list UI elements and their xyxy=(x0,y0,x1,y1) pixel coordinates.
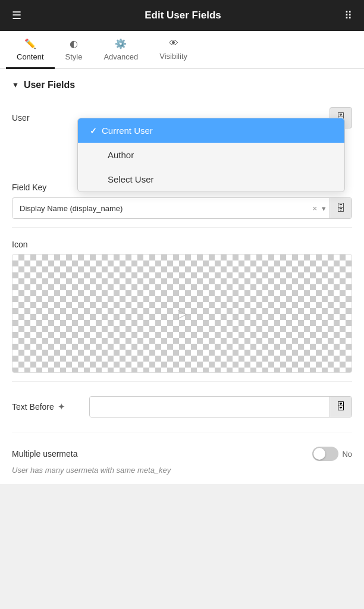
field-key-actions: × ▾ xyxy=(306,204,330,213)
tab-style[interactable]: ◐ Style xyxy=(55,31,93,69)
checkmark-icon: ✓ xyxy=(90,126,97,136)
tab-advanced-label: Advanced xyxy=(103,52,138,61)
grid-icon[interactable]: ⠿ xyxy=(344,9,352,22)
multiple-usermeta-toggle[interactable]: No xyxy=(312,447,352,461)
divider-2 xyxy=(12,381,352,382)
circle-half-icon: ◐ xyxy=(70,38,78,49)
user-field-row: User ✓ Current User Author xyxy=(12,99,352,176)
icon-label: Icon xyxy=(12,234,352,254)
chevron-down-icon[interactable]: ▾ xyxy=(322,204,326,213)
field-key-input-wrap: × ▾ 🗄 xyxy=(12,197,352,219)
text-before-row: Text Before ✦ 🗄 xyxy=(12,388,352,426)
app-header: ☰ Edit User Fields ⠿ xyxy=(0,0,364,31)
icon-placeholder: ▷ xyxy=(178,306,187,321)
divider-3 xyxy=(12,432,352,432)
tab-content[interactable]: ✏️ Content xyxy=(6,31,55,69)
section-title: User Fields xyxy=(24,80,75,90)
section-user-fields-header: ▼ User Fields xyxy=(0,69,364,99)
sparkle-icon[interactable]: ✦ xyxy=(58,401,65,412)
main-content: ▼ User Fields User ✓ Current User Au xyxy=(0,69,364,484)
toggle-track[interactable] xyxy=(312,447,338,461)
icon-preview-area[interactable]: ▷ xyxy=(12,254,352,373)
option-label-author: Author xyxy=(108,150,134,160)
hamburger-icon[interactable]: ☰ xyxy=(12,9,21,22)
dropdown-option-author[interactable]: Author xyxy=(78,143,344,167)
icon-section: Icon ▷ xyxy=(12,234,352,373)
tab-content-label: Content xyxy=(17,52,44,61)
dropdown-option-select-user[interactable]: Select User xyxy=(78,167,344,192)
field-key-input[interactable] xyxy=(12,199,306,218)
user-label: User xyxy=(12,113,77,123)
dropdown-option-current-user[interactable]: ✓ Current User xyxy=(78,118,344,143)
toggle-thumb xyxy=(313,448,325,460)
db-icon-symbol3: 🗄 xyxy=(336,401,346,412)
tab-advanced[interactable]: ⚙️ Advanced xyxy=(93,31,149,69)
text-before-input[interactable] xyxy=(90,397,330,417)
option-label-select-user: Select User xyxy=(108,174,154,184)
tab-visibility[interactable]: 👁 Visibility xyxy=(149,31,198,69)
text-before-input-wrap: 🗄 xyxy=(89,396,352,417)
user-dropdown-menu: ✓ Current User Author Select User xyxy=(77,118,345,192)
text-before-label: Text Before ✦ xyxy=(12,401,89,412)
field-key-db-button[interactable]: 🗄 xyxy=(330,198,352,218)
db-icon-symbol2: 🗄 xyxy=(336,203,346,214)
tab-bar: ✏️ Content ◐ Style ⚙️ Advanced 👁 Visibil… xyxy=(0,31,364,69)
form-body: User ✓ Current User Author xyxy=(0,99,364,484)
multiple-usermeta-row: Multiple usermeta No xyxy=(12,438,352,466)
text-before-text: Text Before xyxy=(12,402,54,412)
clear-icon[interactable]: × xyxy=(310,204,319,213)
tab-style-label: Style xyxy=(65,52,83,61)
gear-icon: ⚙️ xyxy=(115,38,127,49)
section-collapse-arrow[interactable]: ▼ xyxy=(12,81,19,89)
pencil-icon: ✏️ xyxy=(24,38,36,49)
multiple-usermeta-helper: User has many usermeta with same meta_ke… xyxy=(12,466,352,484)
toggle-no-label: No xyxy=(342,450,352,459)
option-label-current-user: Current User xyxy=(102,125,153,136)
field-key-label: Field Key xyxy=(12,183,46,192)
divider-1 xyxy=(12,227,352,228)
page-title: Edit User Fields xyxy=(145,10,221,21)
eye-icon: 👁 xyxy=(169,38,178,49)
text-before-db-button[interactable]: 🗄 xyxy=(330,397,352,417)
tab-visibility-label: Visibility xyxy=(159,52,187,61)
multiple-usermeta-label: Multiple usermeta xyxy=(12,449,312,459)
